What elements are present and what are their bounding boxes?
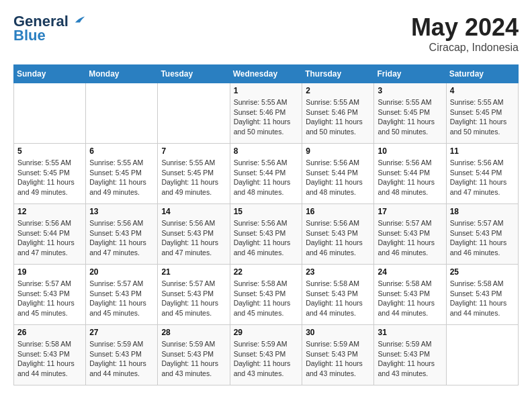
calendar-cell: 24Sunrise: 5:58 AM Sunset: 5:43 PM Dayli… (374, 265, 446, 325)
day-number: 27 (89, 328, 154, 337)
day-number: 6 (89, 146, 154, 156)
day-info: Sunrise: 5:59 AM Sunset: 5:43 PM Dayligh… (378, 339, 442, 379)
day-info: Sunrise: 5:55 AM Sunset: 5:45 PM Dayligh… (17, 158, 82, 197)
title-block: May 2024 Ciracap, Indonesia (411, 13, 519, 54)
day-info: Sunrise: 5:55 AM Sunset: 5:45 PM Dayligh… (450, 97, 515, 137)
day-info: Sunrise: 5:55 AM Sunset: 5:45 PM Dayligh… (161, 158, 226, 197)
day-info: Sunrise: 5:56 AM Sunset: 5:43 PM Dayligh… (89, 218, 154, 258)
day-number: 2 (306, 86, 370, 95)
calendar-cell: 6Sunrise: 5:55 AM Sunset: 5:45 PM Daylig… (86, 144, 158, 204)
calendar-cell: 22Sunrise: 5:58 AM Sunset: 5:43 PM Dayli… (230, 265, 302, 325)
day-info: Sunrise: 5:56 AM Sunset: 5:43 PM Dayligh… (234, 218, 299, 258)
day-info: Sunrise: 5:55 AM Sunset: 5:46 PM Dayligh… (306, 97, 370, 137)
day-number: 30 (306, 328, 370, 337)
calendar-cell (86, 83, 158, 144)
day-number: 12 (17, 207, 82, 216)
day-header-tuesday: Tuesday (158, 65, 230, 83)
calendar-cell: 13Sunrise: 5:56 AM Sunset: 5:43 PM Dayli… (86, 204, 158, 265)
calendar-cell: 4Sunrise: 5:55 AM Sunset: 5:45 PM Daylig… (446, 83, 518, 144)
day-number: 18 (450, 207, 515, 216)
day-number: 8 (234, 146, 299, 156)
calendar-header-row: SundayMondayTuesdayWednesdayThursdayFrid… (14, 65, 519, 83)
calendar-cell: 3Sunrise: 5:55 AM Sunset: 5:45 PM Daylig… (374, 83, 446, 144)
day-info: Sunrise: 5:57 AM Sunset: 5:43 PM Dayligh… (89, 279, 154, 318)
day-info: Sunrise: 5:59 AM Sunset: 5:43 PM Dayligh… (306, 339, 370, 379)
calendar-cell: 15Sunrise: 5:56 AM Sunset: 5:43 PM Dayli… (230, 204, 302, 265)
calendar-cell: 11Sunrise: 5:56 AM Sunset: 5:44 PM Dayli… (446, 144, 518, 204)
calendar-cell (446, 325, 518, 385)
day-header-sunday: Sunday (14, 65, 86, 83)
day-info: Sunrise: 5:56 AM Sunset: 5:44 PM Dayligh… (378, 158, 442, 197)
day-info: Sunrise: 5:58 AM Sunset: 5:43 PM Dayligh… (306, 279, 370, 318)
day-info: Sunrise: 5:58 AM Sunset: 5:43 PM Dayligh… (450, 279, 515, 318)
calendar-cell: 28Sunrise: 5:59 AM Sunset: 5:43 PM Dayli… (158, 325, 230, 385)
day-info: Sunrise: 5:56 AM Sunset: 5:44 PM Dayligh… (450, 158, 515, 197)
calendar-cell: 25Sunrise: 5:58 AM Sunset: 5:43 PM Dayli… (446, 265, 518, 325)
day-info: Sunrise: 5:56 AM Sunset: 5:44 PM Dayligh… (234, 158, 299, 197)
calendar-cell: 8Sunrise: 5:56 AM Sunset: 5:44 PM Daylig… (230, 144, 302, 204)
day-number: 14 (161, 207, 226, 216)
day-info: Sunrise: 5:58 AM Sunset: 5:43 PM Dayligh… (234, 279, 299, 318)
day-number: 1 (234, 86, 299, 95)
day-number: 17 (378, 207, 442, 216)
day-number: 26 (17, 328, 82, 337)
day-number: 13 (89, 207, 154, 216)
day-number: 19 (17, 267, 82, 277)
calendar-week-row: 26Sunrise: 5:58 AM Sunset: 5:43 PM Dayli… (14, 325, 519, 385)
calendar-cell: 19Sunrise: 5:57 AM Sunset: 5:43 PM Dayli… (14, 265, 86, 325)
day-info: Sunrise: 5:59 AM Sunset: 5:43 PM Dayligh… (161, 339, 226, 379)
calendar-week-row: 5Sunrise: 5:55 AM Sunset: 5:45 PM Daylig… (14, 144, 519, 204)
logo: General Blue (13, 13, 86, 44)
calendar-cell: 16Sunrise: 5:56 AM Sunset: 5:43 PM Dayli… (302, 204, 374, 265)
calendar-week-row: 12Sunrise: 5:56 AM Sunset: 5:44 PM Dayli… (14, 204, 519, 265)
day-info: Sunrise: 5:57 AM Sunset: 5:43 PM Dayligh… (17, 279, 82, 318)
day-number: 31 (378, 328, 442, 337)
day-number: 9 (306, 146, 370, 156)
calendar-cell: 1Sunrise: 5:55 AM Sunset: 5:46 PM Daylig… (230, 83, 302, 144)
day-info: Sunrise: 5:55 AM Sunset: 5:45 PM Dayligh… (378, 97, 442, 137)
calendar-cell: 5Sunrise: 5:55 AM Sunset: 5:45 PM Daylig… (14, 144, 86, 204)
day-number: 23 (306, 267, 370, 277)
day-number: 4 (450, 86, 515, 95)
day-header-thursday: Thursday (302, 65, 374, 83)
day-header-monday: Monday (86, 65, 158, 83)
month-title: May 2024 (411, 13, 519, 42)
day-number: 3 (378, 86, 442, 95)
calendar-cell: 17Sunrise: 5:57 AM Sunset: 5:43 PM Dayli… (374, 204, 446, 265)
calendar-cell: 10Sunrise: 5:56 AM Sunset: 5:44 PM Dayli… (374, 144, 446, 204)
calendar-cell: 12Sunrise: 5:56 AM Sunset: 5:44 PM Dayli… (14, 204, 86, 265)
day-info: Sunrise: 5:58 AM Sunset: 5:43 PM Dayligh… (17, 339, 82, 379)
calendar-cell: 30Sunrise: 5:59 AM Sunset: 5:43 PM Dayli… (302, 325, 374, 385)
calendar-cell: 7Sunrise: 5:55 AM Sunset: 5:45 PM Daylig… (158, 144, 230, 204)
calendar-cell (158, 83, 230, 144)
day-number: 22 (234, 267, 299, 277)
day-number: 16 (306, 207, 370, 216)
day-info: Sunrise: 5:59 AM Sunset: 5:43 PM Dayligh… (89, 339, 154, 379)
day-number: 5 (17, 146, 82, 156)
day-number: 11 (450, 146, 515, 156)
calendar-cell: 26Sunrise: 5:58 AM Sunset: 5:43 PM Dayli… (14, 325, 86, 385)
day-number: 20 (89, 267, 154, 277)
calendar-cell: 14Sunrise: 5:56 AM Sunset: 5:43 PM Dayli… (158, 204, 230, 265)
day-number: 10 (378, 146, 442, 156)
calendar-cell: 23Sunrise: 5:58 AM Sunset: 5:43 PM Dayli… (302, 265, 374, 325)
day-number: 25 (450, 267, 515, 277)
calendar-cell (14, 83, 86, 144)
location-subtitle: Ciracap, Indonesia (411, 42, 519, 54)
day-header-friday: Friday (374, 65, 446, 83)
day-info: Sunrise: 5:57 AM Sunset: 5:43 PM Dayligh… (161, 279, 226, 318)
calendar-table: SundayMondayTuesdayWednesdayThursdayFrid… (13, 64, 519, 385)
calendar-cell: 20Sunrise: 5:57 AM Sunset: 5:43 PM Dayli… (86, 265, 158, 325)
calendar-cell: 9Sunrise: 5:56 AM Sunset: 5:44 PM Daylig… (302, 144, 374, 204)
calendar-cell: 31Sunrise: 5:59 AM Sunset: 5:43 PM Dayli… (374, 325, 446, 385)
day-info: Sunrise: 5:56 AM Sunset: 5:43 PM Dayligh… (161, 218, 226, 258)
day-number: 24 (378, 267, 442, 277)
day-info: Sunrise: 5:55 AM Sunset: 5:46 PM Dayligh… (234, 97, 299, 137)
calendar-cell: 2Sunrise: 5:55 AM Sunset: 5:46 PM Daylig… (302, 83, 374, 144)
day-info: Sunrise: 5:56 AM Sunset: 5:44 PM Dayligh… (306, 158, 370, 197)
day-number: 21 (161, 267, 226, 277)
day-header-wednesday: Wednesday (230, 65, 302, 83)
day-info: Sunrise: 5:57 AM Sunset: 5:43 PM Dayligh… (450, 218, 515, 258)
day-info: Sunrise: 5:56 AM Sunset: 5:43 PM Dayligh… (306, 218, 370, 258)
day-number: 29 (234, 328, 299, 337)
